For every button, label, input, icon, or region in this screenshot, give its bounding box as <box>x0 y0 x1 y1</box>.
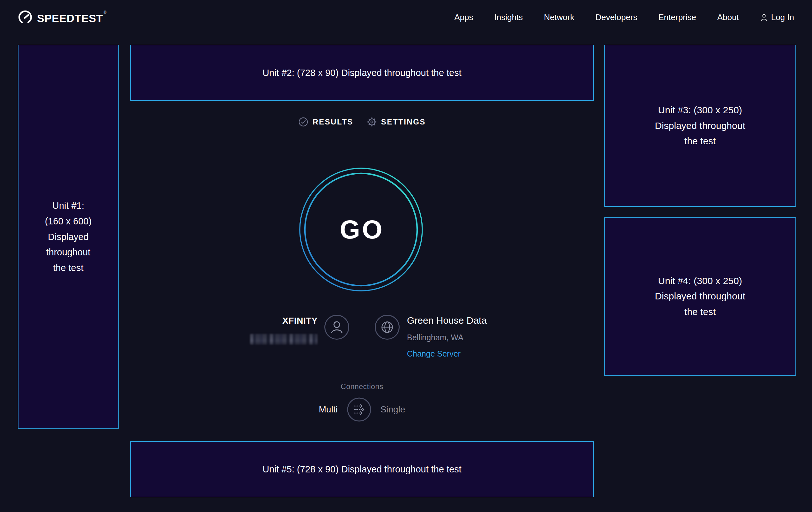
ad-unit-3-text: Unit #3: (300 x 250) Displayed throughou… <box>655 103 745 149</box>
connections-multi-option[interactable]: Multi <box>319 404 338 415</box>
primary-nav: Apps Insights Network Developers Enterpr… <box>455 12 794 22</box>
server-name: Green House Data <box>407 315 487 326</box>
isp-avatar-icon <box>324 315 350 358</box>
nav-item-about[interactable]: About <box>717 12 739 22</box>
nav-item-apps[interactable]: Apps <box>455 12 473 22</box>
server-location: Bellingham, WA <box>407 333 463 342</box>
gear-icon <box>367 117 377 127</box>
trademark-mark: ® <box>104 10 107 15</box>
isp-ip-redacted <box>250 334 318 345</box>
isp-text: XFINITY <box>250 316 318 358</box>
tab-results[interactable]: RESULTS <box>298 117 353 127</box>
login-label: Log In <box>771 12 794 22</box>
ad-unit-1-text: Unit #1: (160 x 600) Displayed throughou… <box>45 198 92 276</box>
ad-unit-2-text: Unit #2: (728 x 90) Displayed throughout… <box>262 68 462 78</box>
speedtest-page: SPEEDTEST® Apps Insights Network Develop… <box>0 0 812 512</box>
view-tabs: RESULTS <box>130 117 594 127</box>
nav-item-insights[interactable]: Insights <box>494 12 523 22</box>
gauge-logo-icon <box>18 10 32 25</box>
connection-info-row: XFINITY Green Hous <box>130 311 594 358</box>
ad-unit-4-text: Unit #4: (300 x 250) Displayed throughou… <box>655 273 745 320</box>
server-block: Green House Data Bellingham, WA Change S… <box>362 311 594 358</box>
globe-icon <box>374 315 400 358</box>
tab-settings-label: SETTINGS <box>381 117 426 127</box>
speedtest-logo[interactable]: SPEEDTEST® <box>18 10 107 25</box>
server-text: Green House Data Bellingham, WA Change S… <box>407 315 487 358</box>
nav-item-developers[interactable]: Developers <box>596 12 638 22</box>
nav-item-network[interactable]: Network <box>544 12 574 22</box>
go-button[interactable]: GO <box>299 167 423 292</box>
connections-single-option[interactable]: Single <box>380 404 405 415</box>
brand-name: SPEEDTEST® <box>37 10 107 25</box>
tab-results-label: RESULTS <box>313 117 353 127</box>
user-icon <box>760 14 768 21</box>
ad-unit-4[interactable]: Unit #4: (300 x 250) Displayed throughou… <box>604 217 796 376</box>
change-server-link[interactable]: Change Server <box>407 349 461 358</box>
isp-name: XFINITY <box>282 316 318 326</box>
isp-block: XFINITY <box>130 311 362 358</box>
tab-settings[interactable]: SETTINGS <box>367 117 426 127</box>
ad-unit-3[interactable]: Unit #3: (300 x 250) Displayed throughou… <box>604 45 796 207</box>
connections-label: Connections <box>130 382 594 391</box>
connections-toggle-icon[interactable] <box>347 397 372 422</box>
check-circle-icon <box>298 117 309 127</box>
login-button[interactable]: Log In <box>760 12 794 22</box>
ad-unit-5[interactable]: Unit #5: (728 x 90) Displayed throughout… <box>130 441 594 497</box>
top-nav-bar: SPEEDTEST® Apps Insights Network Develop… <box>0 0 812 34</box>
ad-unit-1[interactable]: Unit #1: (160 x 600) Displayed throughou… <box>18 45 119 429</box>
ad-unit-5-text: Unit #5: (728 x 90) Displayed throughout… <box>262 464 462 475</box>
connections-toggle-row: Multi Single <box>130 397 594 422</box>
nav-item-enterprise[interactable]: Enterprise <box>658 12 696 22</box>
ad-unit-2[interactable]: Unit #2: (728 x 90) Displayed throughout… <box>130 45 594 101</box>
go-button-label: GO <box>338 215 384 244</box>
